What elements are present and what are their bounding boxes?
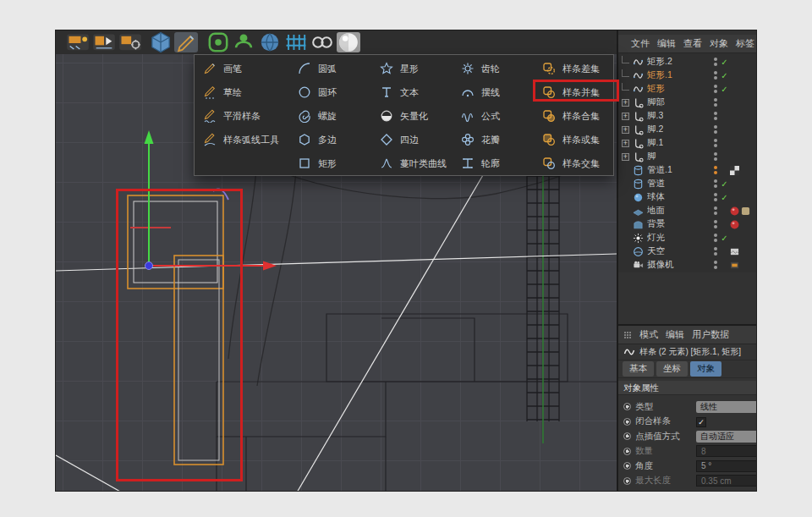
menu-item-bool-subtract[interactable]: 样条差集 [534, 57, 613, 80]
cube-primitive-button[interactable] [149, 32, 173, 52]
expand-icon[interactable]: + [622, 153, 629, 161]
menu-item-helix[interactable]: 螺旋 [289, 104, 371, 128]
menu-item-bool-intersect[interactable]: 样条合集 [534, 104, 613, 128]
param-toggle-icon[interactable] [623, 403, 631, 410]
subdivision-surface-button[interactable] [206, 32, 230, 52]
visibility-dots[interactable] [711, 193, 719, 201]
visibility-dots[interactable] [711, 220, 719, 228]
menu-2[interactable]: 用户数据 [692, 328, 729, 341]
expand-icon[interactable]: + [622, 140, 629, 147]
menu-2[interactable]: 查看 [683, 37, 702, 50]
tag-slot[interactable] [730, 166, 755, 175]
expand-icon[interactable]: + [622, 99, 629, 107]
menu-item-rect[interactable]: 矩形 [289, 151, 371, 175]
object-row[interactable]: +脚.1 [618, 136, 757, 150]
interpolation-dropdown[interactable]: 自动适应 [696, 431, 757, 443]
tab-object[interactable]: 对象 [690, 361, 721, 377]
tab-coordinates[interactable]: 坐标 [656, 361, 688, 377]
array-button[interactable] [284, 32, 308, 52]
number-input[interactable]: 8◂▸ [696, 445, 757, 457]
visibility-dots[interactable] [711, 58, 719, 66]
expand-icon[interactable]: + [622, 113, 629, 120]
menu-item-quad[interactable]: 四边 [371, 128, 453, 151]
menu-item-ngon[interactable]: 多边 [289, 128, 371, 151]
visibility-dots[interactable] [711, 125, 719, 134]
tag-slot[interactable] [730, 247, 755, 256]
menu-item-pen-brush[interactable]: 画笔 [195, 57, 289, 80]
menu-item-profile[interactable]: 轮廓 [453, 151, 534, 175]
close-spline-checkbox[interactable]: ✓ [696, 417, 706, 427]
tag-slot[interactable] [730, 220, 755, 229]
object-row[interactable]: +脚.2 [618, 123, 757, 136]
visibility-dots[interactable] [711, 112, 719, 120]
menu-item-cissoid[interactable]: 蔓叶类曲线 [371, 151, 453, 175]
object-row[interactable]: 地面 [618, 204, 757, 217]
menu-item-flower[interactable]: 花瓣 [453, 128, 534, 151]
enabled-check-icon[interactable]: ✓ [719, 179, 730, 189]
object-row[interactable]: +脚.3 [618, 109, 757, 123]
menu-item-arc[interactable]: 圆弧 [289, 57, 371, 80]
rings-button[interactable] [310, 32, 334, 52]
object-row[interactable]: 摄像机 [618, 258, 757, 272]
menu-item-bool-or[interactable]: 样条或集 [534, 128, 613, 151]
menu-0[interactable]: 文件 [631, 37, 650, 50]
material-ball-button[interactable] [337, 32, 360, 52]
enabled-check-icon[interactable]: ✓ [719, 58, 730, 67]
render-settings-button[interactable] [118, 32, 142, 52]
sphere-primitive-button[interactable] [258, 32, 282, 52]
visibility-dots[interactable] [711, 179, 719, 188]
visibility-dots[interactable] [711, 85, 719, 93]
angle-input[interactable]: 5 ° [696, 460, 757, 472]
expand-icon[interactable]: + [622, 126, 629, 134]
visibility-dots[interactable] [711, 152, 719, 161]
menu-item-circle[interactable]: 圆环 [289, 80, 371, 104]
param-toggle-icon[interactable] [623, 418, 631, 426]
visibility-dots[interactable] [711, 247, 719, 256]
visibility-dots[interactable] [711, 71, 719, 80]
origin-point[interactable] [145, 262, 153, 270]
enabled-check-icon[interactable]: ✓ [719, 85, 730, 94]
object-row[interactable]: 背景 [618, 217, 757, 231]
menu-item-pen-sketch[interactable]: 草绘 [195, 80, 289, 104]
spline-pen-button[interactable] [174, 32, 198, 52]
enabled-check-icon[interactable]: ✓ [719, 193, 730, 202]
visibility-dots[interactable] [711, 234, 719, 242]
menu-item-pen-smooth[interactable]: 平滑样条 [195, 104, 289, 128]
type-dropdown[interactable]: 线性 [696, 401, 757, 413]
param-toggle-icon[interactable] [623, 448, 631, 455]
object-row[interactable]: 天空 [618, 245, 757, 258]
menu-0[interactable]: 模式 [639, 328, 658, 341]
render-to-picture-button[interactable] [92, 32, 116, 52]
menu-item-vectorizer[interactable]: 矢量化 [371, 104, 453, 128]
visibility-dots[interactable] [711, 98, 719, 107]
max-length-input[interactable]: 0.35 cm◂▸ [696, 475, 757, 487]
object-row[interactable]: 管道.1 [618, 163, 757, 177]
menu-item-bool-and[interactable]: 样条交集 [534, 151, 613, 175]
tab-basic[interactable]: 基本 [623, 361, 654, 377]
enabled-check-icon[interactable]: ✓ [719, 234, 730, 243]
param-toggle-icon[interactable] [623, 432, 631, 440]
object-row[interactable]: 灯光✓ [618, 231, 757, 245]
generator-button[interactable] [232, 32, 255, 52]
tag-slot[interactable] [730, 261, 755, 270]
render-view-button[interactable] [66, 32, 90, 52]
menu-1[interactable]: 编辑 [657, 37, 676, 50]
param-toggle-icon[interactable] [623, 477, 631, 485]
object-row[interactable]: 矩形.1✓ [618, 69, 757, 82]
object-row[interactable]: 矩形✓ [618, 82, 757, 96]
visibility-dots[interactable] [711, 261, 719, 269]
visibility-dots[interactable] [711, 166, 719, 174]
object-row[interactable]: 球体✓ [618, 190, 757, 204]
tag-slot[interactable] [730, 206, 755, 216]
menu-item-star[interactable]: 星形 [371, 57, 453, 80]
menu-item-gear[interactable]: 齿轮 [453, 57, 534, 80]
object-row[interactable]: 矩形.2✓ [618, 55, 757, 69]
object-row[interactable]: 管道✓ [618, 177, 757, 190]
visibility-dots[interactable] [711, 206, 719, 215]
menu-item-pen-arc[interactable]: 样条弧线工具 [195, 128, 289, 151]
menu-item-formula[interactable]: 公式 [453, 104, 534, 128]
object-row[interactable]: +脚 [618, 150, 757, 163]
menu-item-bool-union[interactable]: 样条并集 [534, 80, 613, 104]
param-toggle-icon[interactable] [623, 462, 631, 470]
menu-4[interactable]: 标签 [736, 37, 754, 50]
